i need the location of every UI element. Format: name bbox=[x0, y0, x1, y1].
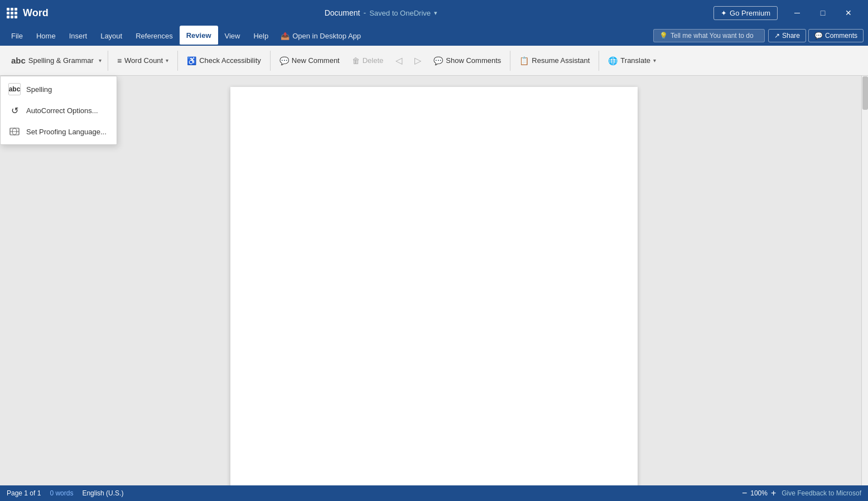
ribbon-sep-3 bbox=[270, 51, 271, 71]
spelling-icon: abc bbox=[11, 56, 26, 65]
close-button[interactable]: ✕ bbox=[836, 0, 861, 26]
resume-icon: 📋 bbox=[519, 56, 529, 65]
ribbon: abc Spelling & Grammar ▾ ≡ Word Count ▾ … bbox=[0, 46, 868, 76]
go-premium-button[interactable]: ✦ Go Premium bbox=[713, 6, 778, 20]
resume-assistant-button[interactable]: 📋 Resume Assistant bbox=[514, 48, 595, 73]
tell-me-input[interactable]: 💡 Tell me what You want to do bbox=[653, 29, 765, 42]
scrollbar-thumb[interactable] bbox=[862, 76, 868, 110]
resume-assistant-label: Resume Assistant bbox=[532, 56, 590, 65]
spelling-grammar-group: abc Spelling & Grammar ▾ bbox=[6, 48, 104, 73]
share-comments-area: ↗ Share 💬 Comments bbox=[768, 29, 864, 42]
menu-item-review[interactable]: Review bbox=[180, 26, 218, 46]
go-premium-label: Go Premium bbox=[730, 9, 770, 17]
window-controls: ─ □ ✕ bbox=[784, 0, 861, 26]
spelling-menu-icon: abc bbox=[8, 83, 21, 95]
document-page[interactable] bbox=[230, 87, 638, 485]
share-label: Share bbox=[782, 32, 800, 40]
doc-title: Document bbox=[325, 8, 360, 17]
menu-item-insert[interactable]: Insert bbox=[62, 26, 94, 46]
ribbon-sep-4 bbox=[510, 51, 510, 71]
dropdown-proofing-label: Set Proofing Language... bbox=[26, 128, 107, 136]
prev-comment-icon: ◁ bbox=[396, 55, 402, 66]
status-bar-left: Page 1 of 1 0 words English (U.S.) bbox=[7, 489, 123, 497]
spelling-grammar-dropdown-button[interactable]: ▾ bbox=[96, 48, 104, 73]
new-comment-label: New Comment bbox=[292, 56, 340, 65]
new-comment-icon: 💬 bbox=[279, 56, 289, 65]
menu-item-references[interactable]: References bbox=[129, 26, 179, 46]
status-bar-right: − 100% + Give Feedback to Microsof bbox=[742, 488, 861, 498]
delete-label: Delete bbox=[363, 56, 384, 65]
language-status[interactable]: English (U.S.) bbox=[82, 489, 123, 497]
zoom-minus-button[interactable]: − bbox=[742, 488, 747, 498]
word-status: 0 words bbox=[50, 489, 73, 497]
zoom-plus-button[interactable]: + bbox=[771, 488, 776, 498]
translate-button[interactable]: 🌐 Translate ▾ bbox=[602, 48, 662, 73]
menu-item-view[interactable]: View bbox=[218, 26, 247, 46]
title-bar: Word Document - Saved to OneDrive ▾ ✦ Go… bbox=[0, 0, 868, 26]
check-accessibility-button[interactable]: ♿ Check Accessibility bbox=[181, 48, 267, 73]
dropdown-spelling-label: Spelling bbox=[26, 85, 52, 94]
next-comment-icon: ▷ bbox=[414, 55, 421, 66]
translate-label: Translate bbox=[620, 56, 650, 65]
menu-item-layout[interactable]: Layout bbox=[94, 26, 129, 46]
show-comments-label: Show Comments bbox=[446, 56, 501, 65]
menu-item-file[interactable]: File bbox=[4, 26, 30, 46]
dropdown-item-autocorrect[interactable]: ↺ AutoCorrect Options... bbox=[1, 100, 117, 121]
menu-bar: File Home Insert Layout References Revie… bbox=[0, 26, 868, 46]
spelling-dropdown-chevron: ▾ bbox=[99, 57, 102, 64]
comments-icon: 💬 bbox=[814, 32, 823, 40]
open-desktop-icon: 📤 bbox=[281, 32, 290, 40]
translate-chevron: ▾ bbox=[653, 57, 656, 64]
saved-chevron: ▾ bbox=[434, 9, 437, 17]
ribbon-sep-1 bbox=[108, 51, 108, 71]
lightbulb-icon: 💡 bbox=[659, 32, 668, 40]
page-status: Page 1 of 1 bbox=[7, 489, 41, 497]
accessibility-icon: ♿ bbox=[187, 56, 196, 65]
next-comment-button[interactable]: ▷ bbox=[409, 48, 427, 73]
main-content bbox=[0, 76, 868, 485]
doc-separator: - bbox=[364, 8, 367, 17]
proofing-menu-icon bbox=[8, 125, 21, 138]
word-count-label: Word Count bbox=[124, 56, 163, 65]
minimize-button[interactable]: ─ bbox=[784, 0, 810, 26]
ribbon-sep-2 bbox=[177, 51, 178, 71]
menu-item-home[interactable]: Home bbox=[30, 26, 62, 46]
prev-comment-button[interactable]: ◁ bbox=[390, 48, 408, 73]
scrollbar-right[interactable] bbox=[861, 76, 868, 485]
feedback-link[interactable]: Give Feedback to Microsof bbox=[782, 489, 861, 497]
go-premium-icon: ✦ bbox=[721, 9, 727, 17]
open-desktop-button[interactable]: 📤 Open in Desktop App bbox=[275, 30, 367, 42]
comments-button[interactable]: 💬 Comments bbox=[808, 29, 864, 42]
delete-button[interactable]: 🗑 Delete bbox=[346, 48, 389, 73]
spelling-dropdown-menu: abc Spelling ↺ AutoCorrect Options... Se… bbox=[0, 76, 117, 145]
app-grid-icon[interactable] bbox=[7, 8, 17, 18]
status-bar: Page 1 of 1 0 words English (U.S.) − 100… bbox=[0, 485, 868, 501]
app-name: Word bbox=[23, 7, 49, 19]
zoom-control: − 100% + bbox=[742, 488, 776, 498]
show-comments-button[interactable]: 💬 Show Comments bbox=[428, 48, 507, 73]
word-count-button[interactable]: ≡ Word Count ▾ bbox=[112, 48, 174, 73]
show-comments-icon: 💬 bbox=[433, 56, 443, 65]
spelling-grammar-label: Spelling & Grammar bbox=[28, 56, 94, 65]
ribbon-sep-5 bbox=[599, 51, 599, 71]
comments-label: Comments bbox=[825, 32, 857, 40]
dropdown-item-spelling[interactable]: abc Spelling bbox=[1, 79, 117, 100]
autocorrect-menu-icon: ↺ bbox=[8, 104, 21, 116]
spelling-grammar-button[interactable]: abc Spelling & Grammar bbox=[6, 48, 96, 73]
word-count-chevron: ▾ bbox=[166, 57, 168, 64]
share-button[interactable]: ↗ Share bbox=[768, 29, 806, 42]
new-comment-button[interactable]: 💬 New Comment bbox=[274, 48, 345, 73]
dropdown-autocorrect-label: AutoCorrect Options... bbox=[26, 106, 98, 115]
translate-icon: 🌐 bbox=[608, 56, 618, 65]
maximize-button[interactable]: □ bbox=[810, 0, 836, 26]
word-count-icon: ≡ bbox=[117, 56, 122, 65]
saved-status[interactable]: Saved to OneDrive bbox=[369, 9, 431, 17]
check-accessibility-label: Check Accessibility bbox=[199, 56, 261, 65]
menu-item-help[interactable]: Help bbox=[247, 26, 275, 46]
dropdown-item-proofing[interactable]: Set Proofing Language... bbox=[1, 121, 117, 142]
delete-icon: 🗑 bbox=[352, 56, 360, 65]
open-desktop-label: Open in Desktop App bbox=[292, 32, 361, 40]
zoom-level: 100% bbox=[750, 489, 768, 497]
tell-me-label: Tell me what You want to do bbox=[671, 32, 754, 40]
share-icon: ↗ bbox=[774, 32, 780, 40]
